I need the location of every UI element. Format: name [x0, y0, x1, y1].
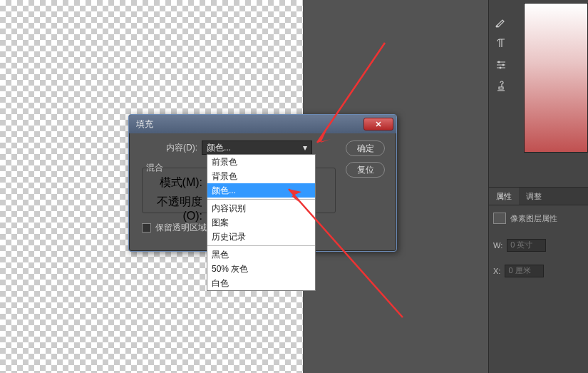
dd-item-background[interactable]: 背景色 — [207, 169, 315, 183]
properties-tabs: 属性 调整 — [489, 187, 588, 205]
tool-column — [492, 14, 512, 94]
tab-adjust[interactable]: 调整 — [519, 188, 549, 205]
content-label: 内容(D): — [138, 142, 202, 154]
width-input[interactable]: 0 英寸 — [507, 239, 546, 252]
color-ramp-panel[interactable] — [524, 3, 588, 153]
svg-point-1 — [498, 61, 500, 63]
content-select[interactable]: 颜色... ▾ — [202, 140, 312, 155]
right-panel: 属性 调整 像素图层属性 W: 0 英寸 X: 0 厘米 — [488, 0, 588, 373]
sliders-icon[interactable] — [492, 57, 510, 73]
dialog-title: 填充 — [136, 118, 153, 131]
svg-point-0 — [496, 26, 498, 28]
x-label: X: — [493, 267, 500, 275]
pixel-layer-icon — [493, 213, 506, 224]
dd-item-foreground[interactable]: 前景色 — [207, 155, 315, 169]
preserve-transparency-row[interactable]: 保留透明区域 — [142, 222, 207, 234]
x-input[interactable]: 0 厘米 — [505, 265, 544, 277]
layer-type-row: 像素图层属性 — [489, 210, 588, 227]
layer-type-label: 像素图层属性 — [510, 213, 557, 224]
svg-point-3 — [500, 67, 502, 69]
brush-presets-icon[interactable] — [492, 14, 510, 30]
w-label: W: — [493, 241, 502, 250]
mode-label: 模式(M): — [143, 175, 207, 190]
preserve-checkbox[interactable] — [142, 223, 151, 233]
width-row: W: 0 英寸 — [489, 237, 588, 254]
svg-point-2 — [502, 64, 505, 66]
opacity-label: 不透明度(O): — [143, 195, 207, 223]
tab-properties[interactable]: 属性 — [489, 188, 519, 205]
x-row: X: 0 厘米 — [489, 262, 588, 280]
content-selected-value: 颜色... — [207, 142, 231, 154]
reset-button[interactable]: 复位 — [346, 162, 385, 178]
stamp-icon[interactable] — [492, 78, 510, 94]
annotation-arrow-1 — [306, 39, 392, 156]
annotation-arrow-2 — [282, 182, 410, 327]
preserve-label: 保留透明区域 — [155, 222, 207, 234]
paragraph-icon[interactable] — [492, 36, 510, 51]
